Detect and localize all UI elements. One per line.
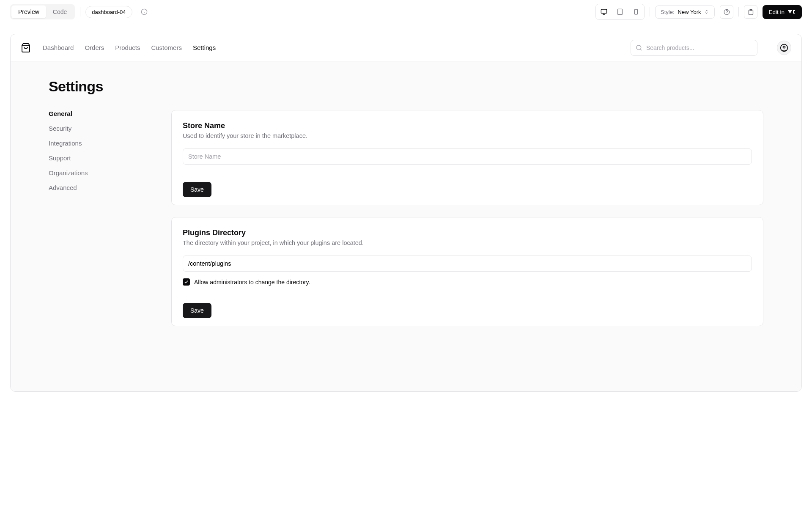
card-title: Store Name <box>183 121 752 130</box>
plugins-directory-input[interactable] <box>183 256 752 272</box>
plugins-directory-card: Plugins Directory The directory within y… <box>171 217 763 326</box>
svg-point-13 <box>636 45 641 50</box>
user-circle-icon <box>780 44 788 52</box>
svg-rect-6 <box>618 9 623 14</box>
nav-products[interactable]: Products <box>115 44 140 51</box>
nav-settings[interactable]: Settings <box>193 44 216 51</box>
component-name-badge: dashboard-04 <box>85 6 132 18</box>
svg-line-14 <box>640 49 642 50</box>
info-icon[interactable] <box>137 5 151 19</box>
app-header: Dashboard Orders Products Customers Sett… <box>11 34 801 61</box>
preview-tab[interactable]: Preview <box>11 5 46 18</box>
v0-logo-icon <box>787 9 796 14</box>
side-nav-advanced[interactable]: Advanced <box>49 184 154 191</box>
search-input[interactable] <box>631 40 757 56</box>
mobile-device-button[interactable] <box>628 4 644 19</box>
style-label: Style: <box>661 9 675 15</box>
divider <box>80 7 80 16</box>
side-nav-security[interactable]: Security <box>49 125 154 132</box>
card-title: Plugins Directory <box>183 228 752 237</box>
card-description: The directory within your project, in wh… <box>183 239 752 246</box>
divider <box>738 7 739 16</box>
nav-customers[interactable]: Customers <box>151 44 182 51</box>
device-toggle <box>595 4 645 20</box>
save-store-button[interactable]: Save <box>183 182 211 197</box>
tablet-device-button[interactable] <box>612 4 628 19</box>
page-title: Settings <box>49 78 763 95</box>
preview-frame: Dashboard Orders Products Customers Sett… <box>10 34 802 392</box>
svg-rect-12 <box>750 9 752 11</box>
user-avatar-button[interactable] <box>777 41 791 55</box>
cards: Store Name Used to identify your store i… <box>171 110 763 326</box>
view-toggle: Preview Code <box>10 4 75 19</box>
divider <box>650 7 650 16</box>
nav-orders[interactable]: Orders <box>85 44 104 51</box>
allow-admin-label: Allow administrators to change the direc… <box>194 279 310 286</box>
side-nav-integrations[interactable]: Integrations <box>49 140 154 147</box>
style-value: New York <box>678 9 701 15</box>
search-wrap <box>631 40 757 56</box>
side-nav-support[interactable]: Support <box>49 154 154 162</box>
store-logo-icon[interactable] <box>21 43 31 53</box>
svg-rect-8 <box>635 9 638 14</box>
code-tab[interactable]: Code <box>46 5 74 18</box>
check-icon <box>184 280 189 284</box>
nav-dashboard[interactable]: Dashboard <box>43 44 74 51</box>
svg-rect-3 <box>601 9 606 13</box>
chevron-sort-icon <box>704 9 709 14</box>
desktop-device-button[interactable] <box>596 4 612 19</box>
search-icon <box>636 44 642 51</box>
toolbar: Preview Code dashboard-04 Style: New Yor… <box>0 0 812 24</box>
settings-side-nav: General Security Integrations Support Or… <box>49 110 154 326</box>
copy-button[interactable] <box>744 5 757 19</box>
style-select[interactable]: Style: New York <box>655 5 715 19</box>
main-nav: Dashboard Orders Products Customers Sett… <box>43 44 216 51</box>
save-plugins-button[interactable]: Save <box>183 303 211 318</box>
side-nav-general[interactable]: General <box>49 110 154 117</box>
store-name-card: Store Name Used to identify your store i… <box>171 110 763 205</box>
edit-in-button[interactable]: Edit in <box>763 5 802 19</box>
card-description: Used to identify your store in the marke… <box>183 132 752 139</box>
allow-admin-checkbox[interactable] <box>183 278 190 286</box>
help-icon[interactable] <box>720 5 733 19</box>
side-nav-organizations[interactable]: Organizations <box>49 169 154 176</box>
store-name-input[interactable] <box>183 148 752 165</box>
content: Settings General Security Integrations S… <box>11 61 801 391</box>
svg-point-16 <box>783 46 785 48</box>
